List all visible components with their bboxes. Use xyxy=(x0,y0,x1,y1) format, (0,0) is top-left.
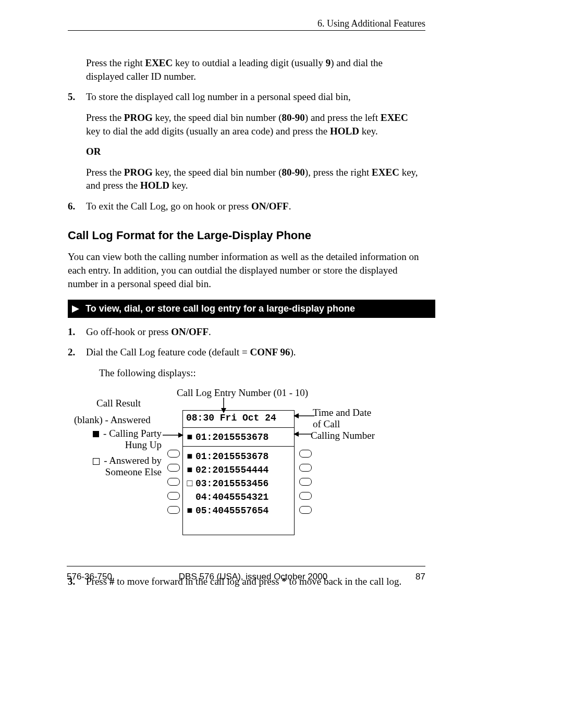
intro-paragraph: You can view both the calling number inf… xyxy=(68,250,425,290)
label-blank-answered: (blank) - Answered xyxy=(74,414,151,426)
arrow-left-icon xyxy=(293,430,312,438)
key-hold: HOLD xyxy=(140,180,169,191)
text: ) and press the left xyxy=(305,112,381,123)
section-heading: Call Log Format for the Large-Display Ph… xyxy=(68,228,425,243)
empty-square-icon: □ xyxy=(186,479,193,488)
lcd-text: 03:2015553456 xyxy=(195,479,268,488)
lcd-highlight-row: ■01:2015553678 xyxy=(183,431,294,444)
text: . xyxy=(289,201,291,212)
text: key to outdial a leading digit (usually xyxy=(173,57,325,68)
lcd-row: ■02:2015554444 xyxy=(183,463,294,477)
softkey-pill xyxy=(167,450,180,458)
text: Press the right xyxy=(86,57,145,68)
lcd-datetime: 08:30 Fri Oct 24 xyxy=(183,411,294,425)
key-9: 9 xyxy=(326,57,331,68)
key-exec: EXEC xyxy=(145,57,173,68)
text: ), press the right xyxy=(305,167,372,178)
lcd-row: □03:2015553456 xyxy=(183,477,294,490)
text: Dial the Call Log feature code (default … xyxy=(86,347,250,357)
list-text: Go off-hook or press ON/OFF. xyxy=(86,325,422,339)
label-answered-by: - Answered by Someone Else xyxy=(91,455,162,479)
filled-square-icon: ■ xyxy=(186,465,193,475)
list-text: To exit the Call Log, go on hook or pres… xyxy=(86,200,422,213)
softkey-pill xyxy=(167,492,180,500)
or-label: OR xyxy=(86,145,425,158)
black-bar-heading: To view, dial, or store call log entry f… xyxy=(68,300,435,317)
bin-range: 80-90 xyxy=(282,112,305,123)
text: To exit the Call Log, go on hook or pres… xyxy=(86,201,251,212)
list-number: 6. xyxy=(68,200,86,213)
text: Press the xyxy=(86,167,124,178)
text: Go off-hook or press xyxy=(86,326,171,337)
footer-docnum: 576-36-750 xyxy=(67,571,112,583)
filled-square-icon xyxy=(93,431,99,437)
label-calling-party: - Calling Party Hung Up xyxy=(91,428,162,452)
softkey-pill xyxy=(299,506,312,514)
label-time-date: Time and Date of Call xyxy=(313,407,371,431)
text: Press the xyxy=(86,112,124,123)
list-number: 5. xyxy=(68,90,86,104)
triangle-bullet-icon xyxy=(72,305,81,313)
arrow-right-icon xyxy=(163,431,183,439)
key-onoff: ON/OFF xyxy=(251,201,289,212)
label-entry-number: Call Log Entry Number (01 - 10) xyxy=(175,387,310,399)
text: key to dial the add digits (usually an a… xyxy=(86,126,330,137)
footer-rule xyxy=(67,566,425,566)
lcd-display: 08:30 Fri Oct 24 ■01:2015553678 ■01:2015… xyxy=(182,410,295,535)
lcd-row: ■01:2015553678 xyxy=(183,450,294,463)
key-onoff: ON/OFF xyxy=(171,326,209,337)
softkey-pill xyxy=(167,506,180,514)
key-prog: PROG xyxy=(124,167,153,178)
list-text: Dial the Call Log feature code (default … xyxy=(86,346,422,359)
lcd-text: 02:2015554444 xyxy=(195,465,268,475)
key-exec: EXEC xyxy=(381,112,408,123)
key-exec: EXEC xyxy=(372,167,399,178)
lcd-row: ■05:4045557654 xyxy=(183,504,294,517)
bin-range: 80-90 xyxy=(282,167,305,178)
lcd-text: 04:4045554321 xyxy=(195,492,268,502)
softkey-pill xyxy=(299,478,312,486)
lcd-diagram: Call Log Entry Number (01 - 10) Call Res… xyxy=(68,387,425,544)
text: key, the speed dial bin number ( xyxy=(153,112,282,123)
text: Time and Date xyxy=(313,407,371,418)
softkey-pill xyxy=(299,464,312,472)
filled-square-icon: ■ xyxy=(186,433,193,442)
paragraph: Press the PROG key, the speed dial bin n… xyxy=(86,111,422,138)
footer: 576-36-750 DBS 576 (USA), issued October… xyxy=(67,571,425,583)
paragraph: Press the PROG key, the speed dial bin n… xyxy=(86,166,422,192)
filled-square-icon: ■ xyxy=(186,506,193,515)
list-number: 2. xyxy=(68,346,86,359)
softkey-pill xyxy=(167,464,180,472)
text: key, the speed dial bin number ( xyxy=(153,167,282,178)
list-5: 5.To store the displayed call log number… xyxy=(68,90,425,104)
softkey-pill xyxy=(167,478,180,486)
empty-square-icon xyxy=(93,458,100,465)
arrow-left-icon xyxy=(293,412,314,419)
text: Someone Else xyxy=(105,466,162,477)
text: key. xyxy=(169,180,188,191)
lcd-row: 04:4045554321 xyxy=(183,490,294,504)
lcd-text: 01:2015553678 xyxy=(195,433,268,442)
text: ). xyxy=(290,347,296,357)
footer-page: 87 xyxy=(394,571,425,583)
lcd-text: 05:4045557654 xyxy=(195,506,268,515)
softkey-pill xyxy=(299,450,312,458)
text: - Answered by xyxy=(104,455,162,466)
list-6: 6.To exit the Call Log, go on hook or pr… xyxy=(68,200,425,213)
list-number: 1. xyxy=(68,325,86,339)
text: key. xyxy=(359,126,378,137)
page: 6. Using Additional Features Press the r… xyxy=(0,0,563,728)
body-content: Press the right EXEC key to outdial a le… xyxy=(68,56,425,595)
feature-code: CONF 96 xyxy=(250,347,290,357)
list-2: 2.Dial the Call Log feature code (defaul… xyxy=(68,346,425,359)
running-header: 6. Using Additional Features xyxy=(68,17,425,30)
softkey-pill xyxy=(299,492,312,500)
divider xyxy=(183,427,294,428)
header-rule xyxy=(68,30,425,31)
label-call-result: Call Result xyxy=(96,398,141,410)
caption: The following displays:: xyxy=(99,366,425,380)
list-text: To store the displayed call log number i… xyxy=(86,90,422,104)
paragraph: Press the right EXEC key to outdial a le… xyxy=(86,56,422,83)
lcd-text: 01:2015553678 xyxy=(195,452,268,461)
label-calling-number: Calling Number xyxy=(311,430,375,442)
